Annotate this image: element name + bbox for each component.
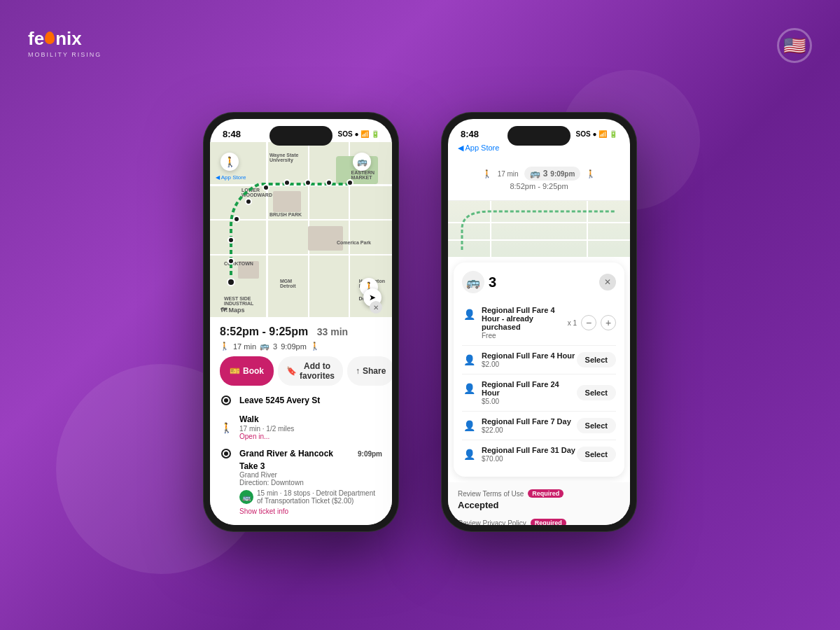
phone2-mini-map <box>448 201 630 257</box>
walk-sub: 17 min · 1/2 miles <box>239 425 382 433</box>
add-to-favorites-button[interactable]: 🔖 Add to favorites <box>278 356 343 386</box>
qty-increase-button[interactable]: + <box>601 315 616 330</box>
walk-open-link[interactable]: Open in... <box>239 433 382 440</box>
step-walk: 🚶 Walk 17 min · 1/2 miles Open in... <box>220 410 382 444</box>
bus-departure-time: 9:09pm <box>281 342 307 351</box>
logo-wordmark: fenix <box>28 28 102 50</box>
fare-item-0: 👤 Regional Full Fare 4 Hour - already pu… <box>462 300 616 346</box>
fare-price-3: $22.00 <box>482 426 577 434</box>
route-time-range: 8:52pm - 9:25pm <box>458 182 620 190</box>
phone1-trip-duration: 33 min <box>317 326 348 337</box>
fare-sheet-header: 🚌 3 ✕ <box>462 271 616 293</box>
privacy-policy-row: Review Privacy Policy Required Accepted <box>458 519 620 525</box>
svg-point-8 <box>326 180 332 186</box>
logo: fenix MOBILITY RISING <box>28 28 102 58</box>
bus-number-badge: 3 <box>273 342 277 351</box>
phone1-close-button[interactable]: ✕ <box>370 301 382 314</box>
fare-price-0: Free <box>482 332 568 340</box>
fare-price-2: $5.00 <box>482 398 577 405</box>
book-label: Book <box>243 366 264 376</box>
fare-person-icon-2: 👤 <box>462 382 476 396</box>
walk-time: 17 min <box>233 342 256 351</box>
phone1-bottom-card: ✕ 8:52pm - 9:25pm 33 min 🚶 17 min 🚌 3 9:… <box>210 317 392 525</box>
fare-bus-number: 🚌 3 <box>462 271 496 293</box>
fare-price-4: $70.00 <box>482 455 577 463</box>
fare-bus-icon: 🚌 <box>462 271 484 293</box>
phone1-trip-time: 8:52pm - 9:25pm <box>220 326 308 337</box>
svg-point-4 <box>246 199 251 204</box>
route-walk-icon-end: 🚶 <box>586 169 596 178</box>
bus-stop-title: Grand River & Hancock <box>239 449 333 458</box>
select-button-3[interactable]: Select <box>577 418 616 433</box>
phone1-route-steps: Leave 5245 Avery St 🚶 Walk 17 min · 1/2 … <box>220 391 382 519</box>
phone1-map: Wayne StateUniversity EASTERNMARKET LOWE… <box>210 142 392 317</box>
svg-point-1 <box>228 258 234 264</box>
bus-icon-small: 🚌 <box>530 169 540 178</box>
bus-line: Grand River <box>239 471 382 479</box>
country-flag[interactable]: 🇺🇸 <box>777 28 812 63</box>
bus-icon: 🚌 <box>239 490 253 504</box>
mini-map-route <box>448 201 630 257</box>
fare-person-icon-1: 👤 <box>462 353 476 367</box>
terms-of-use-label: Review Terms of Use Required <box>458 489 620 498</box>
maps-label: 🗺 Maps <box>220 307 245 314</box>
fare-price-1: $2.00 <box>482 360 577 368</box>
fare-qty-controls-0: x 1 − + <box>568 315 616 330</box>
select-button-2[interactable]: Select <box>577 385 616 400</box>
logo-text-after: nix <box>55 28 82 50</box>
walk-icon: 🚶 <box>220 422 232 433</box>
select-button-4[interactable]: Select <box>577 447 616 462</box>
fare-sheet: 🚌 3 ✕ 👤 Regional Full Fare 4 Hour - alre… <box>454 262 624 477</box>
phone2-dynamic-island <box>507 126 570 146</box>
phone1-time: 8:48 <box>223 129 241 139</box>
logo-text-before: fe <box>28 28 44 50</box>
select-button-1[interactable]: Select <box>577 352 616 368</box>
fare-item-4: 👤 Regional Full Fare 31 Day $70.00 Selec… <box>462 440 616 468</box>
terms-of-use-row: Review Terms of Use Required Accepted <box>458 489 620 510</box>
terms-of-use-value: Accepted <box>458 500 620 510</box>
fare-name-3: Regional Full Fare 7 Day <box>482 417 577 426</box>
terms-required-badge: Required <box>528 489 564 498</box>
phone1-app-store-back[interactable]: ◀ App Store <box>216 174 246 181</box>
logo-flame-icon <box>45 31 55 44</box>
qty-label-0: x 1 <box>568 319 577 327</box>
svg-point-7 <box>305 180 311 186</box>
terms-section: Review Terms of Use Required Accepted Re… <box>448 482 630 525</box>
privacy-policy-label: Review Privacy Policy Required <box>458 519 620 525</box>
bus-time-display: 9:09pm <box>550 170 575 178</box>
fare-close-button[interactable]: ✕ <box>599 274 616 290</box>
fare-person-icon-3: 👤 <box>462 419 476 433</box>
phone1-screen: 8:48 SOS ● 📶 🔋 Wayne StateUniversity <box>210 119 392 525</box>
phone1-dynamic-island <box>270 126 332 146</box>
bus-direction: Direction: Downtown <box>239 479 382 486</box>
book-button[interactable]: 🎫 Book <box>220 356 274 386</box>
share-label: Share <box>363 366 386 376</box>
phone1-walk-start-pin: 🚶 <box>220 153 239 171</box>
share-button[interactable]: ↑ Share <box>347 356 392 386</box>
phone1-frame: 8:48 SOS ● 📶 🔋 Wayne StateUniversity <box>203 112 399 532</box>
qty-decrease-button[interactable]: − <box>581 315 596 330</box>
start-title: Leave 5245 Avery St <box>239 396 382 405</box>
logo-subtitle: MOBILITY RISING <box>28 51 102 58</box>
show-ticket-link[interactable]: Show ticket info <box>239 507 382 515</box>
privacy-required-badge: Required <box>531 519 566 525</box>
bus-details: 15 min · 18 stops · Detroit Department o… <box>257 489 382 505</box>
phone2-screen: 8:48 SOS ● 📶 🔋 ◀ App Store 🚶 17 min 🚌 3 … <box>448 119 630 525</box>
svg-point-6 <box>284 180 290 186</box>
svg-point-5 <box>263 185 269 190</box>
favorites-label: Add to favorites <box>300 361 335 381</box>
bus-num-text: 3 <box>543 169 548 178</box>
phone2-frame: 8:48 SOS ● 📶 🔋 ◀ App Store 🚶 17 min 🚌 3 … <box>441 112 637 532</box>
svg-point-3 <box>234 216 239 222</box>
svg-point-9 <box>347 180 353 186</box>
walk-mode-icon: 🚶 <box>220 342 230 351</box>
route-walk-mins: 17 min <box>498 170 519 178</box>
share-icon: ↑ <box>356 366 360 376</box>
svg-point-0 <box>227 279 234 286</box>
phones-container: 8:48 SOS ● 📶 🔋 Wayne StateUniversity <box>203 112 637 532</box>
fare-person-icon-4: 👤 <box>462 447 476 461</box>
bus-stop-time: 9:09pm <box>358 450 382 458</box>
svg-point-2 <box>228 237 234 243</box>
fare-item-1: 👤 Regional Full Fare 4 Hour $2.00 Select <box>462 346 616 374</box>
bus-mode-icon: 🚌 <box>260 342 270 351</box>
